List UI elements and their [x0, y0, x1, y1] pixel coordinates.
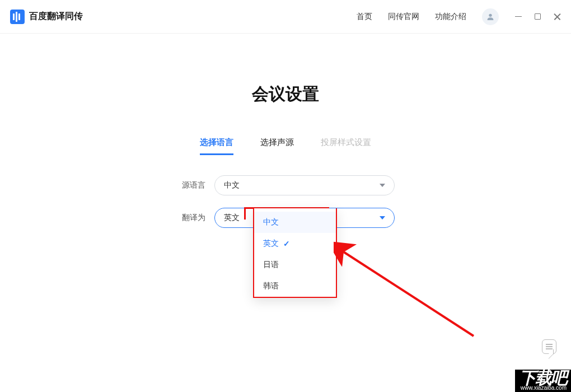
- window-controls: [514, 13, 561, 21]
- option-korean[interactable]: 韩语: [254, 276, 336, 297]
- nav-home[interactable]: 首页: [357, 12, 372, 22]
- maximize-icon[interactable]: [535, 13, 541, 20]
- target-language-dropdown: 中文 英文 ✓ 日语 韩语: [253, 208, 337, 298]
- tab-language[interactable]: 选择语言: [200, 137, 233, 155]
- settings-tabs: 选择语言 选择声源 投屏样式设置: [0, 137, 571, 155]
- annotation-box-left: [244, 207, 246, 220]
- avatar[interactable]: [482, 8, 499, 25]
- watermark-url: www.xiazaiba.com: [519, 385, 567, 391]
- option-label: 英文: [263, 239, 279, 249]
- app-logo: 百度翻译同传: [10, 10, 83, 24]
- option-english[interactable]: 英文 ✓: [254, 233, 336, 254]
- source-language-label: 源语言: [176, 180, 205, 190]
- tab-screen-style: 投屏样式设置: [321, 137, 371, 155]
- tab-audio-source[interactable]: 选择声源: [260, 137, 294, 155]
- option-chinese[interactable]: 中文: [254, 212, 336, 233]
- svg-line-1: [344, 252, 474, 336]
- option-japanese[interactable]: 日语: [254, 254, 336, 276]
- app-name: 百度翻译同传: [29, 11, 83, 22]
- logo-icon: [10, 10, 25, 24]
- watermark: 下载吧 www.xiazaiba.com: [515, 370, 571, 392]
- nav-features[interactable]: 功能介绍: [435, 12, 466, 22]
- user-icon: [486, 12, 495, 21]
- option-label: 中文: [263, 217, 279, 227]
- annotation-arrow: [334, 241, 479, 342]
- feedback-icon[interactable]: [542, 339, 556, 354]
- option-label: 韩语: [263, 281, 279, 291]
- watermark-brand: 下载吧: [519, 370, 567, 386]
- svg-point-0: [489, 13, 492, 16]
- source-language-value: 中文: [224, 180, 240, 190]
- target-language-value: 英文: [224, 213, 240, 223]
- note-lines-icon: [546, 346, 553, 347]
- minimize-icon[interactable]: [514, 13, 522, 21]
- option-label: 日语: [263, 260, 279, 270]
- titlebar: 百度翻译同传 首页 同传官网 功能介绍: [0, 0, 571, 34]
- nav-official[interactable]: 同传官网: [388, 12, 419, 22]
- target-language-label: 翻译为: [176, 213, 205, 223]
- source-language-select[interactable]: 中文: [214, 175, 395, 195]
- chevron-down-icon: [380, 216, 385, 220]
- check-icon: ✓: [283, 239, 290, 248]
- chevron-down-icon: [380, 184, 385, 187]
- source-language-row: 源语言 中文: [176, 175, 395, 195]
- close-icon[interactable]: [553, 13, 561, 21]
- header-nav: 首页 同传官网 功能介绍: [357, 12, 466, 22]
- page-title: 会议设置: [0, 83, 571, 106]
